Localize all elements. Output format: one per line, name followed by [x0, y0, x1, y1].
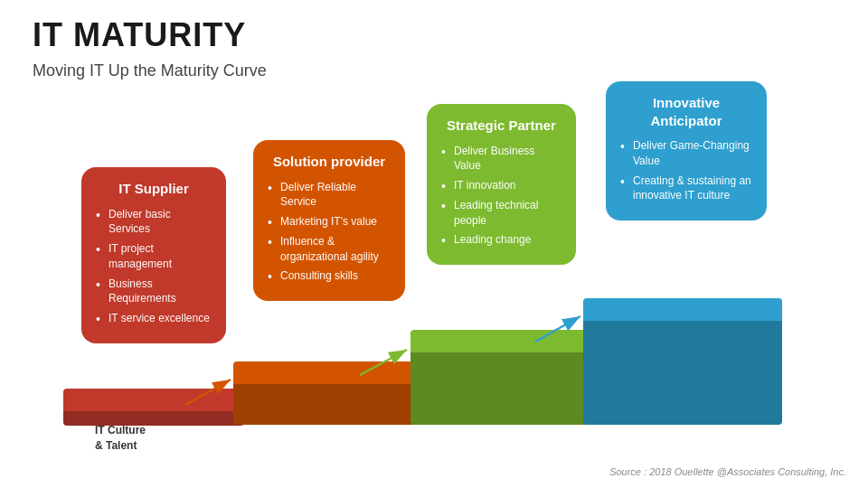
card-strategic-partner: Strategic Partner Deliver Business Value… [427, 104, 576, 265]
card-3-title: Strategic Partner [441, 117, 561, 135]
card-4-list: Deliver Game-Changing Value Creating & s… [620, 138, 752, 203]
list-item: IT project management [96, 241, 212, 272]
footer-source: Source : 2018 Ouellette @Associates Cons… [609, 466, 846, 477]
platform-2-side [233, 384, 423, 425]
platform-4-side [583, 321, 782, 425]
platform-1-side [63, 411, 244, 426]
card-4-title: Innovative Anticipator [620, 94, 752, 129]
list-item: Deliver Business Value [441, 144, 561, 174]
card-it-supplier: IT Supplier Deliver basic Services IT pr… [81, 167, 226, 343]
card-3-list: Deliver Business Value IT innovation Lea… [441, 144, 561, 249]
list-item: IT innovation [441, 178, 561, 193]
list-item: Business Requirements [96, 277, 212, 307]
page-subtitle: Moving IT Up the Maturity Curve [33, 61, 267, 80]
card-1-title: IT Supplier [96, 180, 212, 198]
list-item: Consulting skills [268, 268, 391, 284]
list-item: Deliver Game-Changing Value [620, 138, 752, 169]
card-2-title: Solution provider [268, 153, 391, 171]
list-item: Deliver basic Services [96, 207, 212, 238]
card-1-list: Deliver basic Services IT project manage… [96, 207, 212, 327]
card-2-list: Deliver Reliable Service Marketing IT's … [268, 180, 391, 285]
list-item: Leading technical people [441, 198, 561, 229]
list-item: Influence & organizational agility [268, 234, 391, 265]
list-item: Creating & sustaining an innovative IT c… [620, 174, 752, 204]
card-solution-provider: Solution provider Deliver Reliable Servi… [253, 140, 405, 301]
page-title: IT MATURITY [33, 16, 246, 54]
bottom-label: IT Culture & Talent [95, 423, 146, 454]
platform-3-side [410, 352, 591, 425]
list-item: Deliver Reliable Service [268, 180, 391, 211]
list-item: Leading change [441, 232, 561, 248]
card-innovative-anticipator: Innovative Anticipator Deliver Game-Chan… [606, 81, 767, 221]
list-item: IT service excellence [96, 311, 212, 326]
list-item: Marketing IT's value [268, 214, 391, 230]
